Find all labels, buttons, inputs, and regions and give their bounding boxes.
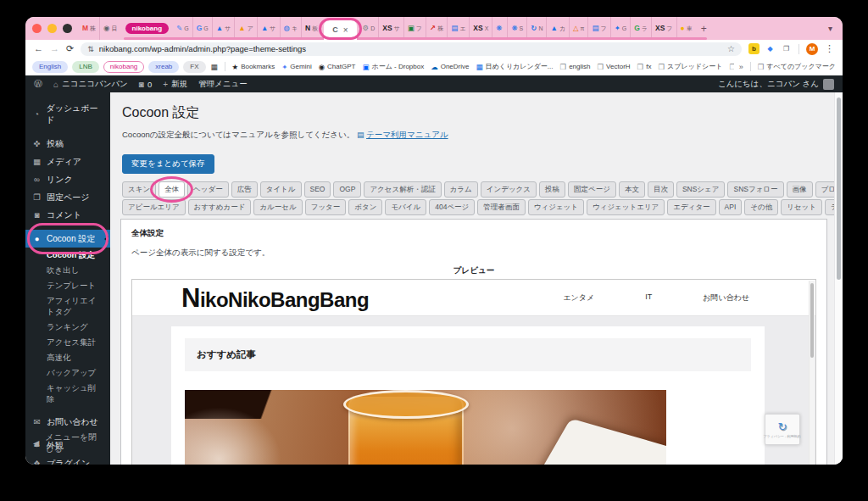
sidebar-submenu-item[interactable]: Cocoon 設定	[25, 248, 110, 263]
bookmark-item[interactable]: ❒ スプレッドシート	[658, 62, 722, 71]
settings-tab[interactable]: インデックス	[481, 181, 537, 198]
sidebar-submenu-item[interactable]: 高速化	[25, 350, 110, 365]
extension-icon[interactable]: ◆	[765, 43, 776, 54]
settings-tab[interactable]: 目次	[648, 181, 674, 198]
sidebar-item[interactable]: ✜ 投稿	[25, 135, 110, 153]
settings-tab[interactable]: ウィジェットエリア	[587, 199, 665, 215]
pinned-tab[interactable]: XS サ	[379, 17, 404, 40]
pinned-tab[interactable]: G ラ	[631, 17, 652, 40]
settings-tab[interactable]: 固定ページ	[568, 181, 616, 198]
pinned-tab[interactable]: ◉ 目	[100, 17, 120, 40]
settings-tab[interactable]: 広告	[231, 181, 258, 198]
tab-group-pill[interactable]: English	[32, 61, 68, 73]
settings-tab[interactable]: ヘッダー	[187, 181, 229, 198]
settings-tab[interactable]: SNSフォロー	[727, 181, 783, 198]
bookmark-star-icon[interactable]: ☆	[727, 44, 735, 53]
settings-tab[interactable]: 本文	[619, 181, 645, 198]
sidebar-item[interactable]: ▦ メディア	[25, 153, 110, 170]
settings-tab[interactable]: 404ページ	[429, 199, 475, 215]
settings-tab[interactable]: エディター	[667, 199, 715, 215]
tab-close-icon[interactable]: ×	[343, 25, 348, 35]
article-image-honey-jar[interactable]	[185, 390, 666, 465]
zoom-window-button[interactable]	[63, 24, 72, 33]
pinned-tab[interactable]: ▲ カ	[547, 17, 570, 40]
site-nav-item[interactable]: エンタメ	[563, 292, 594, 303]
settings-tab[interactable]: タイトル	[260, 181, 302, 198]
pinned-tab[interactable]: ▤ エ	[448, 17, 470, 40]
settings-tab[interactable]: SNSシェア	[676, 181, 726, 198]
site-settings-icon[interactable]: ⇅	[87, 45, 94, 53]
bookmark-item[interactable]: ❒ mac	[729, 63, 733, 71]
site-nav-item[interactable]: IT	[645, 292, 652, 303]
bookmark-item[interactable]: ❒ fx	[637, 63, 652, 71]
sidebar-submenu-item[interactable]: テンプレート	[25, 278, 110, 293]
page-scrollbar-thumb[interactable]	[837, 97, 841, 280]
sidebar-submenu-item[interactable]: 吹き出し	[25, 263, 110, 278]
settings-tab[interactable]: 全体	[159, 181, 185, 198]
pinned-tab[interactable]: XS X	[470, 17, 492, 40]
bookmark-item[interactable]: ★ Bookmarks	[232, 63, 275, 71]
settings-tab[interactable]: フッター	[305, 199, 347, 215]
recaptcha-badge[interactable]: ↻ プライバシー - 利用規約	[765, 414, 800, 445]
profile-avatar[interactable]: M	[806, 43, 818, 55]
settings-tab[interactable]: モバイル	[385, 199, 426, 215]
pinned-tab[interactable]: ▲ サ	[258, 17, 281, 40]
pinned-tab[interactable]: M 株	[79, 17, 100, 40]
tab-group-pill[interactable]: nikobang	[103, 61, 144, 73]
settings-tab[interactable]: ウィジェット	[528, 199, 584, 215]
save-all-button[interactable]: 変更をまとめて保存	[122, 154, 214, 174]
sidebar-item[interactable]: ◙ コメント	[25, 206, 110, 224]
pinned-tab[interactable]: ● 車	[677, 17, 696, 40]
wp-admin-menu[interactable]: 管理メニュー	[198, 79, 248, 90]
tab-group-pill[interactable]: LNB	[72, 61, 99, 73]
pinned-tab[interactable]: △ π	[570, 17, 588, 40]
pinned-tab[interactable]: ▲ サ	[213, 17, 236, 40]
settings-tab[interactable]: アクセス解析・認証	[364, 181, 441, 198]
preview-scrollbar-thumb[interactable]	[810, 283, 814, 358]
browser-menu-icon[interactable]: ⋮	[825, 43, 834, 54]
extension-icon[interactable]: ❐	[781, 43, 792, 54]
wp-logo-icon[interactable]: Ⓦ	[34, 78, 42, 90]
page-scrollbar[interactable]	[834, 92, 843, 465]
sidebar-submenu-item[interactable]: ランキング	[25, 320, 110, 335]
active-tab[interactable]: C ×	[324, 19, 356, 40]
pinned-tab[interactable]: ✦ G	[611, 17, 632, 40]
pinned-tab[interactable]: G G	[193, 17, 213, 40]
settings-tab[interactable]: 投稿	[539, 181, 565, 198]
wp-comments[interactable]: ◙ 0	[139, 80, 152, 89]
bookmark-item[interactable]: ▦ 日めくりカレンダー...	[476, 62, 553, 71]
bookmark-item[interactable]: ◉ ChatGPT	[319, 63, 356, 71]
wp-greeting[interactable]: こんにちは、ニコパン さん	[718, 79, 834, 90]
tab-group-pill[interactable]: xreab	[148, 61, 179, 73]
pinned-tab[interactable]: XS フ	[652, 17, 677, 40]
wp-new-button[interactable]: + 新規	[163, 79, 187, 90]
sidebar-submenu-item[interactable]: アクセス集計	[25, 335, 110, 350]
pinned-tab[interactable]: ▲ ア	[235, 17, 258, 40]
sidebar-collapse-menu[interactable]: ◀ メニューを閉じる	[25, 428, 110, 458]
pinned-tab[interactable]: ↻ N	[527, 17, 547, 40]
settings-tab[interactable]: OGP	[333, 181, 361, 198]
tab-group-pill[interactable]: FX	[183, 61, 205, 73]
sidebar-submenu-item[interactable]: アフィリエイトタグ	[25, 293, 110, 320]
bookmark-item[interactable]: ▣ ホーム - Dropbox	[362, 62, 424, 71]
bookmark-item[interactable]: ❒ english	[560, 63, 591, 71]
settings-tab[interactable]: SEO	[304, 181, 331, 198]
pinned-tab[interactable]: ↗ 株	[426, 17, 448, 40]
settings-tab[interactable]: 画像	[787, 181, 813, 198]
manual-link[interactable]: テーマ利用マニュアル	[366, 130, 448, 139]
settings-tab[interactable]: その他	[744, 199, 778, 215]
settings-tab[interactable]: スキン	[122, 181, 156, 198]
address-bar[interactable]: ⇅ nikobang.com/wp-admin/admin.php?page=t…	[81, 42, 742, 56]
pinned-tab[interactable]: ⚙ D	[359, 17, 380, 40]
sidebar-submenu-item[interactable]: バックアップ	[25, 365, 110, 381]
new-tab-button[interactable]: +	[701, 23, 707, 35]
extension-icon[interactable]: b	[748, 43, 760, 54]
bookmarks-overflow-icon[interactable]: »	[739, 63, 743, 71]
site-nav-item[interactable]: お問い合わせ	[703, 292, 749, 303]
pinned-tab[interactable]: ▤ フ	[588, 17, 610, 40]
bookmark-item[interactable]: ☁ OneDrive	[431, 63, 469, 71]
settings-tab[interactable]: アピールエリア	[122, 199, 186, 215]
minimize-window-button[interactable]	[47, 24, 57, 33]
wp-site-name[interactable]: ⌂ ニコニコパンパン	[53, 79, 128, 90]
sidebar-item[interactable]: ❐ 固定ページ	[25, 188, 110, 206]
